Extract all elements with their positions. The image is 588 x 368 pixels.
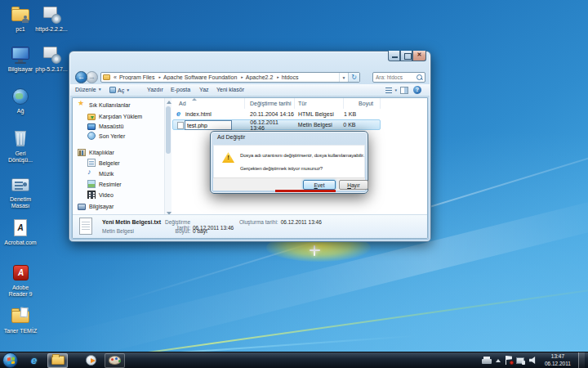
- window-titlebar[interactable]: [69, 52, 381, 70]
- music-note-icon: [87, 169, 96, 177]
- desktop-icon-ag[interactable]: Ağ: [2, 87, 38, 114]
- minimize-button[interactable]: [388, 51, 400, 61]
- burn-button[interactable]: Yaz: [199, 87, 209, 92]
- address-dropdown-icon[interactable]: ▼: [339, 73, 348, 82]
- file-row-index-html[interactable]: e index.html 20.11.2004 14:16 HTML Belge…: [172, 109, 427, 119]
- printer-tray-icon[interactable]: [482, 357, 492, 364]
- taskbar-clock[interactable]: 13:47 06.12.2011: [541, 353, 574, 366]
- column-header-name[interactable]: Ad: [172, 98, 245, 109]
- sidebar-item-pictures[interactable]: Resimler: [73, 179, 164, 189]
- paint-palette-icon: [109, 356, 121, 365]
- taskbar-windows-explorer[interactable]: [47, 353, 68, 368]
- sidebar-item-recent-places[interactable]: Son Yerler: [73, 131, 164, 141]
- show-hidden-icons-icon[interactable]: [496, 359, 501, 362]
- forward-button[interactable]: →: [86, 71, 98, 83]
- no-button[interactable]: Hayır: [339, 180, 368, 190]
- show-desktop-button[interactable]: [578, 352, 585, 368]
- file-size: 0 KB: [343, 122, 380, 128]
- sidebar-scrollbar[interactable]: [164, 98, 172, 218]
- open-button[interactable]: Aç▼: [109, 87, 130, 93]
- preview-pane-button[interactable]: [400, 87, 408, 94]
- refresh-icon[interactable]: ↻: [348, 73, 359, 82]
- scroll-up-icon[interactable]: [167, 101, 172, 104]
- sort-ascending-icon: [192, 98, 197, 101]
- system-tray: 13:47 06.12.2011: [482, 352, 588, 368]
- column-header-type[interactable]: Tür: [295, 98, 344, 109]
- breadcrumb-segment[interactable]: htdocs: [274, 74, 299, 80]
- details-created: Oluşturma tarihi:06.12.2011 13:46: [239, 219, 322, 225]
- sidebar-item-favorites[interactable]: Sık Kullanılanlar: [73, 100, 164, 110]
- dialog-message-line1: Dosya adı uzantısını değiştirirseniz, do…: [240, 153, 364, 158]
- close-button[interactable]: [412, 51, 426, 61]
- file-row-test-php[interactable]: 06.12.2011 13:46 Metin Belgesi 0 KB: [172, 119, 381, 130]
- volume-icon[interactable]: [529, 357, 537, 365]
- scrollbar-thumb[interactable]: [166, 106, 171, 154]
- favorites-star-icon: [78, 101, 86, 109]
- breadcrumb-segment[interactable]: Apache2.2: [238, 74, 274, 80]
- recycle-bin-icon: [9, 129, 32, 149]
- installer-icon: [40, 5, 63, 25]
- downloads-folder-icon: [87, 114, 96, 120]
- help-button[interactable]: ?: [413, 86, 421, 94]
- new-folder-button[interactable]: Yeni klasör: [216, 87, 244, 92]
- sidebar-item-desktop[interactable]: Masaüstü: [73, 121, 164, 131]
- desktop-icon-taner-folder[interactable]: Taner TEMİZ: [2, 307, 38, 334]
- dialog-title: Ad Değiştir: [217, 134, 245, 140]
- taskbar-media-player[interactable]: [81, 353, 101, 368]
- desktop-icon-control-panel[interactable]: Denetim Masası: [2, 175, 38, 209]
- sidebar-item-label: Son Yerler: [99, 133, 125, 139]
- details-file-type: Metin Belgesi: [102, 228, 134, 234]
- desktop-icon-label: Acrobat.com: [2, 240, 38, 246]
- email-button[interactable]: E-posta: [171, 87, 190, 92]
- rename-input[interactable]: [185, 120, 232, 130]
- breadcrumb-segment[interactable]: Program Files: [118, 74, 156, 80]
- search-input[interactable]: [373, 74, 412, 80]
- computer-icon: [78, 204, 86, 210]
- organize-button[interactable]: Düzenle▼: [75, 87, 102, 92]
- sidebar-item-computer[interactable]: Bilgisayar: [73, 201, 164, 211]
- sidebar-item-documents[interactable]: Belgeler: [73, 158, 164, 168]
- yes-button[interactable]: Evet: [303, 180, 336, 190]
- taskbar: e 13:47 06.12.2011: [0, 352, 588, 368]
- maximize-button[interactable]: [400, 51, 412, 61]
- breadcrumb-segment[interactable]: Apache Software Foundation: [155, 74, 238, 80]
- change-view-button[interactable]: [385, 87, 395, 94]
- documents-icon: [87, 159, 96, 167]
- adobe-reader-icon: A: [9, 263, 32, 283]
- search-icon: [416, 74, 423, 81]
- recent-places-icon: [87, 132, 96, 140]
- sidebar-item-video[interactable]: Video: [73, 190, 164, 200]
- sidebar-item-label: Kitaplıklar: [89, 150, 114, 155]
- sidebar-item-music[interactable]: Müzik: [73, 168, 164, 178]
- desktop-icon-label: Denetim Masası: [2, 196, 38, 209]
- breadcrumb-overflow-chevron[interactable]: «: [114, 74, 117, 80]
- sidebar-item-libraries[interactable]: Kitaplıklar: [73, 147, 164, 157]
- desktop-icon-label: Taner TEMİZ: [2, 328, 38, 334]
- file-type: Metin Belgesi: [295, 122, 344, 128]
- network-tray-icon[interactable]: [516, 357, 525, 365]
- video-icon: [87, 191, 96, 199]
- desktop-icon-php[interactable]: php-5.2.17...: [33, 45, 69, 73]
- file-modified: 06.12.2011 13:46: [245, 119, 295, 131]
- address-bar[interactable]: «Program FilesApache Software Foundation…: [100, 72, 360, 83]
- chevron-down-icon: ▼: [126, 88, 130, 92]
- sidebar-item-downloads[interactable]: Karşıdan Yüklem: [73, 111, 164, 121]
- taskbar-internet-explorer[interactable]: e: [24, 353, 44, 368]
- action-center-flag-icon[interactable]: [505, 356, 512, 365]
- taskbar-paint[interactable]: [105, 353, 125, 368]
- libraries-icon: [78, 149, 86, 156]
- column-header-modified[interactable]: Değiştirme tarihi: [245, 98, 295, 109]
- back-button[interactable]: ←: [75, 71, 87, 83]
- desktop-icon-adobe-reader[interactable]: A Adobe Reader 9: [2, 263, 38, 298]
- column-header-size[interactable]: Boyut: [344, 98, 381, 109]
- folder-icon: [9, 307, 32, 326]
- desktop-icon-recycle-bin[interactable]: Geri Dönüşü...: [2, 129, 38, 164]
- print-button[interactable]: Yazdır: [147, 87, 163, 92]
- desktop-icon-label: Adobe Reader 9: [5, 285, 36, 298]
- rename-confirm-dialog: Ad Değiştir Dosya adı uzantısını değişti…: [210, 131, 368, 194]
- start-button[interactable]: [2, 352, 18, 368]
- control-panel-icon: [9, 175, 32, 195]
- details-pane: Yeni Metin Belgesi.txt Metin Belgesi Değ…: [73, 214, 427, 238]
- desktop-icon-acrobat[interactable]: A Acrobat.com: [2, 218, 38, 246]
- desktop-icon-httpd[interactable]: httpd-2.2.2...: [33, 5, 69, 33]
